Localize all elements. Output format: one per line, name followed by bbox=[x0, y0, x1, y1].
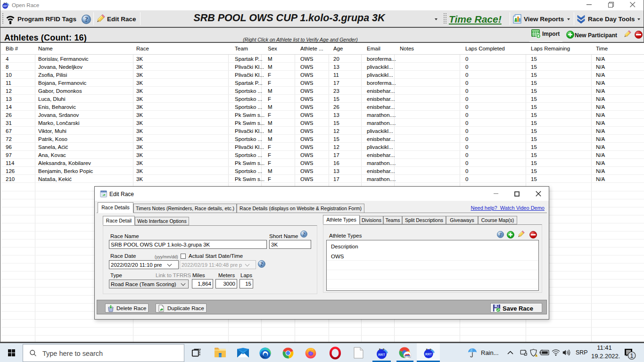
svg-text:1: 1 bbox=[630, 353, 634, 359]
svg-text:RRT: RRT bbox=[425, 353, 432, 356]
svg-text:?: ? bbox=[84, 16, 88, 23]
svg-text:?: ? bbox=[499, 231, 502, 237]
svg-text:?: ? bbox=[260, 261, 263, 267]
svg-text:AKD CHRO: AKD CHRO bbox=[404, 356, 412, 358]
svg-text:RRT: RRT bbox=[378, 353, 385, 356]
svg-text:RRT: RRT bbox=[3, 5, 8, 8]
svg-text:?: ? bbox=[303, 231, 305, 237]
